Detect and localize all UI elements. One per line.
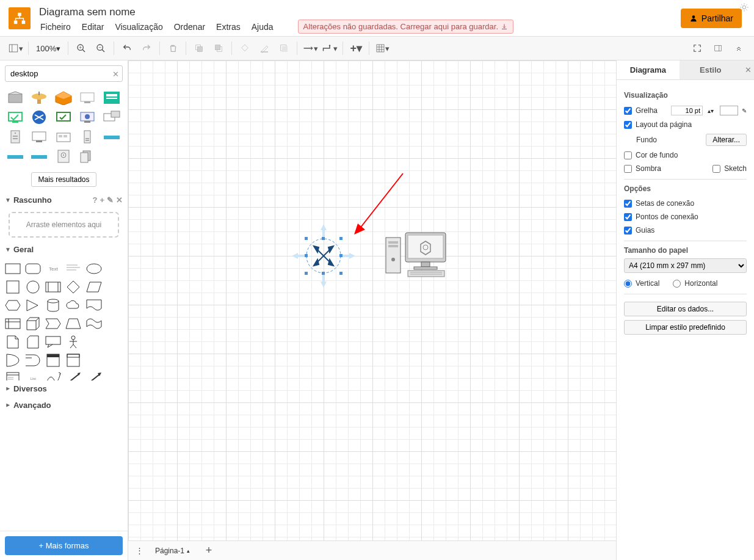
shape-trapezoid[interactable] — [64, 315, 82, 332]
redo-button[interactable] — [137, 40, 156, 57]
change-background-button[interactable]: Alterar... — [706, 134, 747, 146]
menu-edit[interactable]: Editar — [81, 21, 106, 33]
shape-circle[interactable] — [24, 278, 42, 296]
close-panel-icon[interactable]: ✕ — [742, 60, 754, 79]
result-shape[interactable] — [29, 148, 49, 165]
conn-points-checkbox[interactable] — [624, 213, 632, 221]
bgcolor-checkbox[interactable] — [624, 151, 632, 159]
shape-callout[interactable] — [44, 333, 62, 351]
clear-style-button[interactable]: Limpar estilo predefinido — [624, 320, 747, 335]
canvas[interactable] — [128, 60, 616, 540]
tab-diagram[interactable]: Diagrama — [617, 60, 680, 79]
shape-note[interactable] — [4, 333, 22, 351]
shape-diamond[interactable] — [64, 278, 82, 296]
menu-view[interactable]: Visualização — [114, 21, 164, 33]
pages-menu-icon[interactable]: ⋮ — [133, 542, 145, 559]
shape-square[interactable] — [4, 278, 22, 296]
result-shape[interactable] — [77, 89, 98, 106]
shape-blank5[interactable] — [85, 333, 103, 351]
selected-shape-hub[interactable] — [287, 219, 360, 294]
shape-document[interactable] — [85, 297, 103, 314]
result-shape[interactable] — [5, 128, 26, 145]
edit-icon[interactable]: ✎ — [107, 195, 114, 205]
result-shape[interactable] — [29, 128, 49, 145]
shape-text[interactable]: Text — [44, 260, 62, 277]
shape-and[interactable] — [24, 352, 42, 369]
shape-or[interactable] — [4, 352, 22, 369]
zoom-dropdown[interactable]: 100% ▾ — [32, 44, 64, 53]
page-tab[interactable]: Página-1 ▴ — [149, 545, 196, 557]
shape-tape[interactable] — [85, 315, 103, 332]
scratch-section-header[interactable]: ▼Rascunho ? + ✎ ✕ — [0, 192, 128, 208]
to-front-button[interactable] — [190, 40, 208, 57]
collapse-toolbar-button[interactable] — [730, 40, 748, 57]
shape-hexagon[interactable] — [4, 297, 22, 314]
shape-cube[interactable] — [24, 315, 42, 332]
shape-list2[interactable]: List — [24, 370, 42, 380]
shape-blank4[interactable] — [105, 315, 123, 332]
shape-arrow[interactable] — [85, 370, 103, 380]
insert-button[interactable]: +▾ — [347, 40, 365, 57]
shadow-checkbox[interactable] — [624, 165, 632, 173]
shape-blank2[interactable] — [105, 278, 123, 296]
shape-bidir-arrow[interactable] — [64, 370, 82, 380]
shape-container[interactable] — [44, 352, 62, 369]
bgcolor-label[interactable]: Cor de fundo — [636, 151, 678, 159]
shape-parallelogram[interactable] — [85, 278, 103, 296]
grid-label[interactable]: Grelha — [636, 106, 658, 115]
help-icon[interactable]: ? — [92, 195, 97, 205]
close-icon[interactable]: ✕ — [116, 195, 123, 205]
shape-process[interactable] — [44, 278, 62, 296]
shape-list[interactable] — [4, 370, 22, 380]
menu-extras[interactable]: Extras — [215, 21, 242, 33]
appearance-icon[interactable] — [739, 2, 749, 14]
shape-blank9[interactable] — [105, 370, 123, 380]
tab-style[interactable]: Estilo — [680, 60, 742, 79]
menu-help[interactable]: Ajuda — [250, 21, 275, 33]
shape-ellipse[interactable] — [85, 260, 103, 277]
table-button[interactable]: ▾ — [373, 40, 391, 57]
conn-points-label[interactable]: Pontos de conexão — [636, 213, 698, 221]
result-shape[interactable] — [29, 109, 49, 126]
sketch-checkbox[interactable] — [712, 165, 720, 173]
shadow-label[interactable]: Sombra — [636, 164, 661, 173]
guides-label[interactable]: Guias — [636, 226, 654, 235]
result-shape[interactable] — [77, 128, 98, 145]
result-shape[interactable] — [101, 128, 122, 145]
clear-search-icon[interactable]: ✕ — [112, 69, 119, 78]
conn-arrows-checkbox[interactable] — [624, 200, 632, 208]
unsaved-warning[interactable]: Alterações não guardadas. Carregar aqui … — [298, 20, 513, 34]
share-button[interactable]: Partilhar — [681, 9, 742, 28]
shape-blank[interactable] — [105, 260, 123, 277]
shape-actor[interactable] — [64, 333, 82, 351]
shape-container2[interactable] — [64, 352, 82, 369]
result-shape[interactable] — [53, 148, 74, 165]
sketch-label[interactable]: Sketch — [724, 164, 747, 173]
line-color-button[interactable] — [255, 40, 274, 57]
result-shape[interactable] — [29, 89, 49, 106]
misc-section-header[interactable]: ▼Diversos — [0, 380, 128, 397]
grid-checkbox[interactable] — [624, 107, 632, 115]
canvas-shape-desktop[interactable] — [383, 230, 451, 281]
shape-internal[interactable] — [4, 315, 22, 332]
guides-checkbox[interactable] — [624, 227, 632, 235]
to-back-button[interactable] — [209, 40, 228, 57]
page-title[interactable]: Diagrama sem nome — [39, 2, 681, 20]
more-shapes-button[interactable]: + Mais formas — [5, 536, 123, 555]
result-shape[interactable] — [101, 109, 122, 126]
grid-color-swatch[interactable] — [720, 106, 738, 115]
sidebar-toggle-button[interactable]: ▾ — [6, 40, 24, 57]
advanced-section-header[interactable]: ▼Avançado — [0, 397, 128, 413]
format-panel-toggle-button[interactable] — [709, 40, 727, 57]
paper-size-select[interactable]: A4 (210 mm x 297 mm) — [624, 258, 747, 273]
fullscreen-button[interactable] — [688, 40, 706, 57]
shape-cylinder[interactable] — [44, 297, 62, 314]
fill-color-button[interactable] — [236, 40, 254, 57]
shape-blank3[interactable] — [105, 297, 123, 314]
result-shape[interactable] — [53, 109, 74, 126]
edit-data-button[interactable]: Editar os dados... — [624, 302, 747, 316]
shape-blank6[interactable] — [105, 333, 123, 351]
result-shape[interactable] — [101, 89, 122, 106]
connection-style-button[interactable]: ▾ — [301, 40, 319, 57]
result-shape[interactable] — [77, 109, 98, 126]
